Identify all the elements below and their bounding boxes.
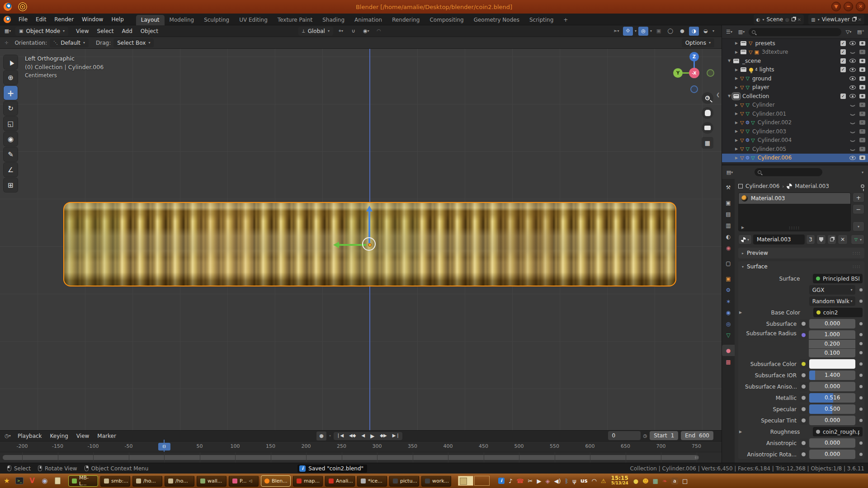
animate-property-dot[interactable] <box>859 288 863 291</box>
value-field[interactable]: Principled BSDF <box>813 274 863 283</box>
eye-visible-icon[interactable] <box>849 68 856 72</box>
taskbar-window-ho[interactable]: /ho... <box>165 475 194 487</box>
disclosure-right-icon[interactable]: ▶ <box>734 121 739 125</box>
volume-icon[interactable]: ◀) <box>554 478 561 484</box>
tool-move[interactable]: + <box>4 86 18 100</box>
file-manager-launcher-icon[interactable] <box>52 476 62 486</box>
disclosure-right-icon[interactable]: ▶ <box>734 147 739 151</box>
shading-rendered-button[interactable]: ◒ <box>701 27 711 36</box>
socket-chip[interactable] <box>799 404 808 414</box>
menu-field[interactable]: GGX▾ <box>809 285 856 295</box>
properties-tab-physics[interactable]: ◉ <box>722 307 735 318</box>
orientation-default-dropdown[interactable]: ⋱ Default ▾ <box>50 38 89 47</box>
multi-value-field[interactable]: 1.000 <box>809 330 855 339</box>
checkbox-icon[interactable]: ✓ <box>840 67 846 72</box>
eye-visible-icon[interactable] <box>849 85 856 89</box>
disclosure-right-icon[interactable]: ▶ <box>734 76 739 80</box>
frame-end-field[interactable]: End 600 <box>681 431 713 440</box>
animate-property-dot[interactable] <box>859 300 863 303</box>
render-enabled-icon[interactable] <box>859 59 865 63</box>
taskbar-window-blen[interactable]: Blen... <box>261 475 291 487</box>
menu-field[interactable]: Random Walk▾ <box>809 296 856 306</box>
taskbar-window-wall[interactable]: wall... <box>197 475 226 487</box>
new-viewlayer-copy-icon[interactable] <box>852 18 856 21</box>
socket-chip[interactable] <box>799 450 808 459</box>
disclosure-down-icon[interactable]: ▼ <box>726 94 732 98</box>
shading-solid-button[interactable]: ● <box>677 27 687 36</box>
render-disabled-icon[interactable] <box>859 112 865 116</box>
tab-item[interactable]: + <box>558 15 573 25</box>
material-slot-list[interactable]: Material.003 ▶ ::::: <box>738 192 851 231</box>
media-play-icon[interactable]: ▶ <box>537 478 541 484</box>
pin-icon[interactable]: ◎ <box>785 17 789 22</box>
properties-tab-render[interactable]: ▣ <box>722 197 735 208</box>
eye-visible-icon[interactable] <box>849 41 856 45</box>
animate-property-dot[interactable] <box>859 441 863 445</box>
render-disabled-icon[interactable] <box>859 147 865 151</box>
tool-transform[interactable]: ◉ <box>4 132 18 146</box>
workspace-2[interactable] <box>474 476 490 486</box>
socket-chip[interactable] <box>799 371 808 380</box>
outliner-row-cylinder-003[interactable]: ▶▽▽Cylinder.003 <box>722 127 868 136</box>
outliner-row-cylinder[interactable]: ▶▽▽Cylinder <box>722 101 868 110</box>
render-disabled-icon[interactable] <box>859 103 865 107</box>
socket-chip[interactable] <box>799 382 808 391</box>
viewport-menu-object[interactable]: Object <box>137 25 162 37</box>
outliner-row-3dtexture[interactable]: ▶▽▣3dtexture✓ <box>722 48 868 57</box>
copy-material-button[interactable] <box>827 235 836 244</box>
tab-animation[interactable]: Animation <box>349 15 387 25</box>
animate-property-dot[interactable] <box>859 453 863 456</box>
disclosure-right-icon[interactable]: ▶ <box>734 129 739 133</box>
camera-view-icon[interactable] <box>702 122 713 134</box>
socket-chip[interactable] <box>799 416 808 425</box>
animate-property-dot[interactable] <box>859 333 863 336</box>
render-enabled-icon[interactable] <box>859 76 865 81</box>
taskbar-window-smb[interactable]: smb:... <box>100 475 130 487</box>
scene-selector[interactable]: ◐▾ Scene ◎ ✕ <box>754 14 804 24</box>
timeline-tracks[interactable] <box>0 452 722 463</box>
disclosure-right-icon[interactable]: ▶ <box>734 68 739 72</box>
outliner-display-mode-icon[interactable]: ▥▾ <box>736 28 746 37</box>
outliner-search-input[interactable] <box>749 28 841 36</box>
media-player-launcher-icon[interactable]: ◉ <box>40 476 50 486</box>
slider-field[interactable]: 0.500 <box>809 404 856 414</box>
taskbar-window-pictu[interactable]: pictu... <box>389 475 419 487</box>
animate-property-dot[interactable] <box>859 374 863 377</box>
eye-hidden-icon[interactable] <box>849 147 856 151</box>
new-collection-icon[interactable]: ▤⁺ <box>856 28 866 37</box>
slider-field[interactable]: 0.000 <box>809 450 856 459</box>
material-name-field[interactable]: Material.003 <box>753 235 805 244</box>
use-preview-range-icon[interactable]: ◷ <box>643 433 647 438</box>
close-button[interactable]: ✕ <box>856 2 865 11</box>
properties-tab-object[interactable]: ▣ <box>722 273 735 284</box>
slider-field[interactable]: 0.000 <box>809 319 856 328</box>
socket-chip[interactable] <box>799 359 808 369</box>
music-icon[interactable]: ♪ <box>509 478 512 484</box>
timeline-editor-type-icon[interactable]: ◷▾ <box>3 432 13 441</box>
expand-arrow-icon[interactable]: ▶ <box>739 430 745 434</box>
value-field[interactable]: coin2_rough.png <box>813 427 863 436</box>
disclosure-right-icon[interactable]: ▶ <box>734 41 739 45</box>
tool-cursor[interactable]: ⊕ <box>4 70 18 84</box>
eye-hidden-icon[interactable] <box>849 103 856 107</box>
pan-hand-icon[interactable] <box>702 107 713 119</box>
disclosure-right-icon[interactable]: ▶ <box>734 112 739 116</box>
object-visibility-button[interactable]: ➣▾ <box>611 27 621 36</box>
tab-geometry-nodes[interactable]: Geometry Nodes <box>469 15 524 25</box>
taskbar-window-anali[interactable]: Anali... <box>325 475 355 487</box>
blender-menu-icon[interactable] <box>4 16 11 23</box>
viewport-menu-add[interactable]: Add <box>118 25 137 37</box>
outliner-row-cylinder-004[interactable]: ▶▽⚙▽Cylinder.004 <box>722 136 868 145</box>
properties-tab-output[interactable]: ▤ <box>722 208 735 220</box>
remove-slot-button[interactable]: − <box>853 204 864 214</box>
timeline-menu-keying[interactable]: Keying <box>46 430 72 442</box>
tab-layout[interactable]: Layout <box>136 15 165 25</box>
outliner-editor-type-icon[interactable]: ☰▾ <box>724 28 734 37</box>
timeline-menu-marker[interactable]: Marker <box>93 430 120 442</box>
overlays-toggle-button[interactable]: ◎ <box>638 27 648 36</box>
properties-tab-modifiers[interactable]: ⚙ <box>722 284 735 296</box>
socket-chip[interactable] <box>799 319 808 328</box>
checkbox-icon[interactable]: ✓ <box>840 58 846 64</box>
snap-magnet-button[interactable]: ∪ <box>349 27 359 36</box>
multi-value-field[interactable]: 0.100 <box>809 349 855 357</box>
